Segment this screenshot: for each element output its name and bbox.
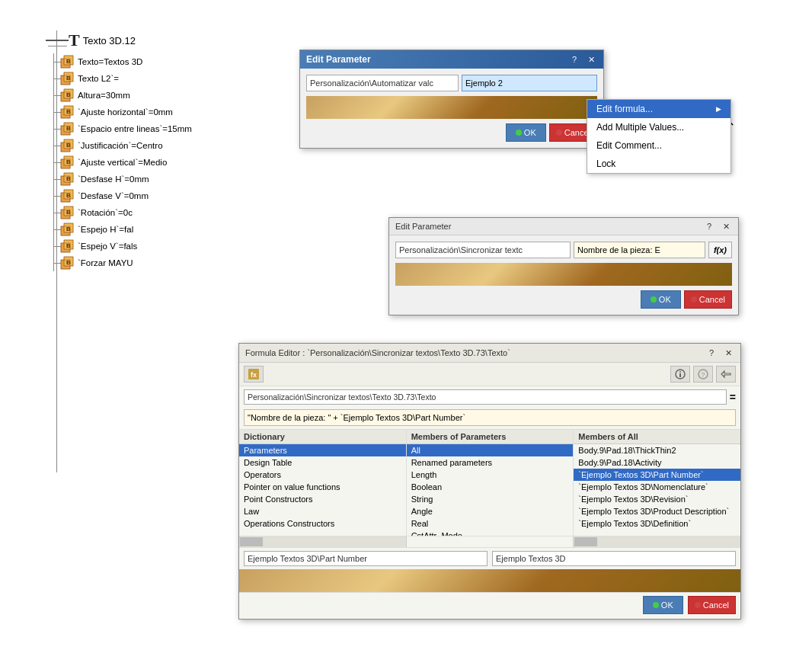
- tree-item-6[interactable]: B `Ajuste vertical`=Medio: [54, 154, 244, 171]
- members-all-list-item-4[interactable]: `Ejemplo Textos 3D\Revision`: [574, 493, 740, 505]
- tree-item-12[interactable]: B `Forzar MAYU: [54, 255, 244, 271]
- dict-list-item-2[interactable]: Operators: [239, 469, 406, 481]
- tree-label-5: `Justificación`=Centro: [78, 141, 163, 150]
- tree-item-4[interactable]: B `Espacio entre lineas`=15mm: [54, 120, 244, 137]
- formula-toolbar-btn-3[interactable]: ?: [693, 366, 713, 383]
- members-params-list-item-1[interactable]: Renamed parameters: [407, 456, 574, 469]
- edit-param-1-path-field[interactable]: [306, 75, 459, 91]
- tree-root-line: [46, 40, 69, 41]
- tree-item-2[interactable]: B Altura=30mm: [54, 87, 244, 104]
- tree-item-3[interactable]: B `Ajuste horizontal`=0mm: [54, 104, 244, 120]
- members-params-list-item-4[interactable]: String: [407, 493, 574, 505]
- formula-path-row: =: [239, 386, 740, 408]
- tree-label-11: `Espejo V`=fals: [78, 242, 137, 251]
- members-params-list-item-0[interactable]: All: [407, 444, 574, 456]
- tree-label-9: `Rotación`=0c: [78, 208, 133, 217]
- context-menu-item-2[interactable]: Edit Comment...: [587, 136, 730, 155]
- formula-value-field[interactable]: [244, 409, 736, 426]
- formula-editor-close-btn[interactable]: ✕: [722, 347, 734, 359]
- members-params-list-item-6[interactable]: Real: [407, 517, 574, 530]
- edit-param-2-value-field[interactable]: [574, 242, 705, 258]
- members-params-list-item-2[interactable]: Length: [407, 469, 574, 481]
- context-menu-item-3[interactable]: Lock: [587, 155, 730, 173]
- tree-item-7[interactable]: B `Desfase H`=0mm: [54, 171, 244, 187]
- context-menu-item-0[interactable]: Edit formula...▶: [587, 100, 730, 118]
- dict-list-item-5[interactable]: Law: [239, 505, 406, 517]
- tree-label-8: `Desfase V`=0mm: [78, 191, 149, 200]
- edit-param-1-controls: ? ✕: [568, 53, 597, 66]
- edit-param-2-titlebar: Edit Parameter ? ✕: [389, 218, 738, 235]
- formula-editor-controls: ? ✕: [705, 347, 734, 359]
- tree-label-0: Texto=Textos 3D: [78, 57, 142, 66]
- formula-editor-help-btn[interactable]: ?: [705, 347, 718, 359]
- tree-root: T Texto 3D.12: [46, 30, 244, 50]
- tree-item-10[interactable]: B `Espejo H`=fal: [54, 221, 244, 238]
- svg-rect-69: [679, 373, 681, 377]
- tree-label-3: `Ajuste horizontal`=0mm: [78, 107, 173, 117]
- members-all-list-item-6[interactable]: `Ejemplo Textos 3D\Definition`: [574, 517, 740, 530]
- edit-param-2-help-btn[interactable]: ?: [703, 220, 715, 232]
- ok-dot-2: [651, 296, 657, 303]
- tree-item-5[interactable]: B `Justificación`=Centro: [54, 137, 244, 154]
- formula-toolbar-btn-1[interactable]: fx: [244, 366, 264, 383]
- box-icon-12: B: [60, 256, 74, 270]
- formula-scroll-h-2[interactable]: [573, 536, 740, 547]
- edit-param-2-path-field[interactable]: [395, 242, 571, 258]
- edit-param-1-help-btn[interactable]: ?: [568, 53, 580, 66]
- members-all-list-item-0[interactable]: Body.9\Pad.18\ThickThin2: [574, 444, 740, 456]
- box-icon-8: B: [60, 189, 74, 203]
- formula-scroll-spacer: [407, 536, 574, 547]
- context-menu: Edit formula...▶Add Multiple Values...Ed…: [587, 99, 731, 174]
- edit-param-1-ok-btn[interactable]: OK: [506, 123, 546, 142]
- formula-toolbar-btn-4[interactable]: [716, 366, 736, 383]
- members-all-list-item-5[interactable]: `Ejemplo Textos 3D\Product Description`: [574, 505, 740, 517]
- dict-list-item-1[interactable]: Design Table: [239, 456, 406, 469]
- tree-item-8[interactable]: B `Desfase V`=0mm: [54, 187, 244, 204]
- tree-panel: T Texto 3D.12 B Texto=Textos 3D B Texto …: [46, 30, 244, 271]
- dict-list-item-6[interactable]: Operations Constructors: [239, 517, 406, 530]
- members-all-list-item-2[interactable]: `Ejemplo Textos 3D\Part Number`: [574, 469, 740, 481]
- formula-col-members-all-header: Members of All: [574, 430, 740, 444]
- formula-col-members-params-list: AllRenamed parametersLengthBooleanString…: [407, 444, 574, 536]
- edit-param-1-close-btn[interactable]: ✕: [585, 53, 597, 66]
- members-all-list-item-1[interactable]: Body.9\Pad.18\Activity: [574, 456, 740, 469]
- formula-ok-btn[interactable]: OK: [643, 596, 683, 614]
- box-icon-4: B: [60, 122, 74, 136]
- formula-editor-dialog: Formula Editor : `Personalización\Sincro…: [238, 343, 741, 620]
- formula-editor-title: Formula Editor : `Personalización\Sincro…: [245, 348, 510, 357]
- box-icon-5: B: [60, 139, 74, 152]
- formula-cancel-btn[interactable]: Cancel: [688, 596, 736, 614]
- members-params-list-item-7[interactable]: CstAttr_Mode: [407, 530, 574, 536]
- edit-param-2-close-btn[interactable]: ✕: [720, 220, 732, 232]
- formula-col-dictionary-list: ParametersDesign TableOperatorsPointer o…: [239, 444, 406, 536]
- members-params-list-item-5[interactable]: Angle: [407, 505, 574, 517]
- tree-item-11[interactable]: B `Espejo V`=fals: [54, 238, 244, 255]
- edit-param-2-ok-btn[interactable]: OK: [641, 290, 681, 309]
- formula-scroll-h-1[interactable]: [239, 536, 407, 547]
- members-all-list-item-3[interactable]: `Ejemplo Textos 3D\Nomenclature`: [574, 481, 740, 493]
- tree-label-1: Texto L2`=: [78, 74, 119, 83]
- formula-bottom-left-field[interactable]: [244, 551, 488, 566]
- tree-label-7: `Desfase H`=0mm: [78, 175, 149, 184]
- cancel-dot: [556, 130, 562, 136]
- edit-param-2-controls: ? ✕: [703, 220, 732, 232]
- formula-bottom-right-field[interactable]: [492, 551, 736, 566]
- members-params-list-item-3[interactable]: Boolean: [407, 481, 574, 493]
- formula-path-field[interactable]: [244, 389, 727, 405]
- edit-param-2-cancel-btn[interactable]: Cancel: [684, 290, 732, 309]
- box-icon-9: B: [60, 206, 74, 219]
- context-menu-item-1[interactable]: Add Multiple Values...: [587, 118, 730, 136]
- tree-item-0[interactable]: B Texto=Textos 3D: [54, 53, 244, 70]
- dict-list-item-4[interactable]: Point Constructors: [239, 493, 406, 505]
- box-icon-7: B: [60, 172, 74, 186]
- edit-param-2-fx-btn[interactable]: f(x): [708, 242, 732, 258]
- dict-list-item-0[interactable]: Parameters: [239, 444, 406, 456]
- tree-item-9[interactable]: B `Rotación`=0c: [54, 204, 244, 221]
- formula-toolbar-btn-2[interactable]: [670, 366, 690, 383]
- dict-list-item-3[interactable]: Pointer on value functions: [239, 481, 406, 493]
- edit-param-2-title: Edit Parameter: [395, 222, 451, 231]
- tree-item-1[interactable]: B Texto L2`=: [54, 70, 244, 87]
- tree-root-icon: T: [69, 30, 80, 50]
- edit-param-dialog-1: Edit Parameter ? ✕ OK Cancel: [299, 50, 604, 149]
- edit-param-1-value-field[interactable]: [462, 75, 597, 91]
